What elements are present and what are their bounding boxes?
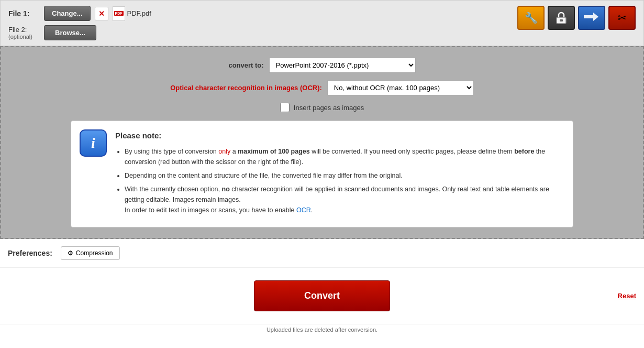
note-item-1: By using this type of conversion only a … bbox=[125, 146, 564, 167]
settings-tool-button[interactable]: 🔧 bbox=[517, 6, 545, 30]
filename: PDF.pdf bbox=[127, 9, 151, 17]
note-title: Please note: bbox=[115, 129, 564, 142]
note-list: By using this type of conversion only a … bbox=[115, 146, 564, 215]
pdf-badge: PDF bbox=[114, 11, 124, 16]
note-only: only bbox=[218, 148, 230, 155]
convert-arrows-icon bbox=[584, 11, 599, 25]
pdf-icon-img: PDF bbox=[113, 6, 125, 21]
convert-tool-button[interactable] bbox=[578, 6, 605, 30]
preferences-label: Preferences: bbox=[8, 249, 52, 257]
compression-icon: ⚙ bbox=[68, 249, 73, 257]
info-content: Please note: By using this type of conve… bbox=[115, 129, 564, 219]
note-item-2: Depending on the content and structure o… bbox=[125, 170, 564, 181]
convert-to-label: convert to: bbox=[228, 61, 263, 69]
scissors-tool-button[interactable]: ✂ bbox=[608, 6, 636, 30]
file-icon: PDF PDF.pdf bbox=[113, 6, 151, 21]
file2-label-text: File 2: bbox=[8, 26, 40, 34]
ocr-link[interactable]: OCR bbox=[296, 206, 311, 214]
svg-rect-1 bbox=[560, 19, 563, 21]
convert-to-row: convert to: PowerPoint 2007-2016 (*.pptx… bbox=[9, 58, 635, 73]
footer-note: Uploaded files are deleted after convers… bbox=[0, 324, 644, 335]
convert-area: Convert Reset bbox=[0, 268, 644, 324]
note-max-pages: maximum of 100 pages bbox=[238, 148, 310, 155]
optional-label: (optional) bbox=[8, 34, 40, 40]
compression-button[interactable]: ⚙ Compression bbox=[61, 246, 120, 260]
footer-text: Uploaded files are deleted after convers… bbox=[267, 327, 377, 333]
reset-button[interactable]: Reset bbox=[618, 292, 636, 300]
convert-to-select[interactable]: PowerPoint 2007-2016 (*.pptx) PowerPoint… bbox=[269, 58, 416, 73]
remove-file-button[interactable]: ✕ bbox=[95, 7, 108, 20]
note-before: before bbox=[514, 148, 534, 155]
note-no: no bbox=[222, 186, 230, 193]
preferences-bar: Preferences: ⚙ Compression bbox=[0, 239, 644, 268]
ocr-label: Optical character recognition in images … bbox=[170, 84, 322, 92]
insert-pages-label[interactable]: Insert pages as images bbox=[294, 104, 364, 112]
ocr-row: Optical character recognition in images … bbox=[9, 80, 635, 95]
lock-tool-button[interactable] bbox=[548, 6, 575, 30]
note-item-3: With the currently chosen option, no cha… bbox=[125, 184, 564, 215]
convert-button[interactable]: Convert bbox=[254, 280, 390, 311]
info-icon: i bbox=[80, 129, 107, 157]
info-box: i Please note: By using this type of con… bbox=[71, 121, 573, 227]
file-bar: File 1: Change... ✕ PDF PDF.pdf File 2: … bbox=[0, 0, 644, 46]
file2-label: File 2: (optional) bbox=[8, 26, 40, 40]
lock-icon bbox=[554, 10, 569, 25]
change-button[interactable]: Change... bbox=[44, 6, 91, 21]
toolbar-buttons: 🔧 ✂ bbox=[517, 6, 636, 30]
insert-pages-row: Insert pages as images bbox=[9, 103, 635, 112]
insert-pages-checkbox[interactable] bbox=[280, 103, 290, 112]
convert-options-area: convert to: PowerPoint 2007-2016 (*.pptx… bbox=[0, 46, 644, 239]
svg-marker-2 bbox=[584, 13, 598, 21]
browse-button[interactable]: Browse... bbox=[44, 25, 96, 40]
ocr-select[interactable]: No, without OCR (max. 100 pages) Yes, wi… bbox=[327, 80, 474, 95]
file1-label: File 1: bbox=[8, 9, 40, 18]
compression-label: Compression bbox=[76, 249, 113, 257]
